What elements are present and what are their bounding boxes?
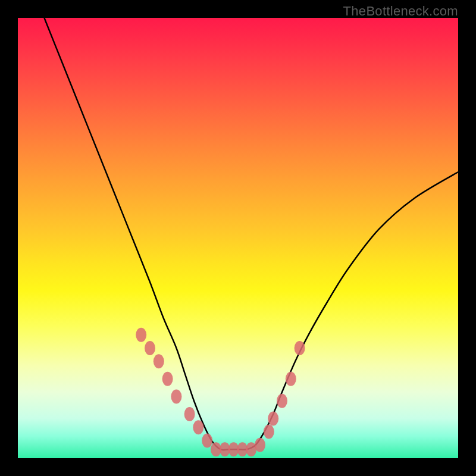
watermark-text: TheBottleneck.com (343, 4, 458, 19)
marker-point (171, 389, 181, 403)
plot-area (18, 18, 458, 458)
marker-point (255, 438, 265, 452)
marker-point (202, 433, 212, 447)
marker-point (268, 411, 278, 425)
marker-point (162, 372, 173, 386)
marker-point (184, 407, 195, 421)
marker-point (145, 341, 155, 355)
bottleneck-curve (44, 18, 458, 450)
chart-frame: TheBottleneck.com (0, 0, 476, 476)
marker-point (154, 354, 164, 368)
marker-point (277, 394, 287, 408)
curve-markers (136, 328, 305, 456)
marker-point (264, 425, 274, 439)
marker-point (136, 328, 146, 342)
marker-point (295, 341, 305, 355)
marker-point (286, 372, 296, 386)
curve-layer (18, 18, 458, 458)
marker-point (193, 420, 203, 434)
